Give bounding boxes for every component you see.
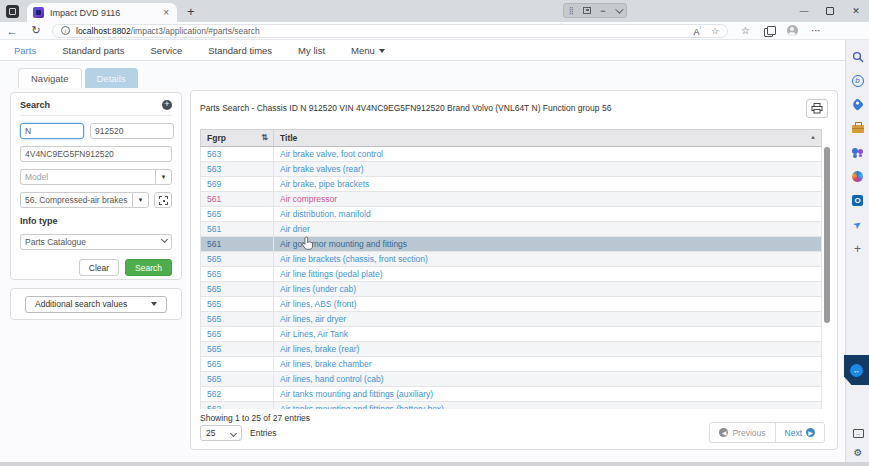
table-row[interactable]: 565Air lines, brake chamber	[201, 357, 822, 372]
table-row[interactable]: 561Air compressor	[201, 192, 822, 207]
table-row[interactable]: 563Air brake valves (rear)	[201, 162, 822, 177]
print-button[interactable]	[806, 99, 828, 118]
window-close-button[interactable]: ✕	[843, 0, 869, 22]
part-group-link[interactable]: Air brake valve, foot control	[280, 149, 383, 159]
table-row[interactable]: 565Air lines, air dryer	[201, 312, 822, 327]
part-group-link[interactable]: Air lines, brake chamber	[280, 359, 372, 369]
function-group-input[interactable]	[20, 192, 132, 208]
info-type-value[interactable]	[20, 234, 172, 250]
tab-actions-menu-icon[interactable]	[6, 5, 19, 18]
table-row[interactable]: 563Air brake valve, foot control	[201, 147, 822, 162]
nav-item-parts[interactable]: Parts	[14, 45, 36, 56]
part-group-link[interactable]: Air tanks mounting and fittings (auxilia…	[280, 389, 433, 399]
collections-icon[interactable]	[764, 26, 774, 35]
next-page-button[interactable]: Next ▶	[776, 423, 824, 442]
chevron-down-icon[interactable]	[615, 5, 623, 13]
table-row[interactable]: 562Air tanks mounting and fittings (auxi…	[201, 387, 822, 402]
part-group-link[interactable]: Air drier	[280, 224, 310, 234]
sidebar-settings-gear-icon[interactable]: ⚙	[854, 447, 863, 458]
minimize-icon[interactable]: −	[600, 6, 605, 16]
table-row[interactable]: 565Air line brackets (chassis, front sec…	[201, 252, 822, 267]
tools-briefcase-icon[interactable]	[850, 121, 865, 136]
table-row[interactable]: 565Air lines, hand control (cab)	[201, 372, 822, 387]
copilot-icon[interactable]: b	[850, 73, 865, 88]
shopping-tag-icon[interactable]	[850, 97, 865, 112]
function-group-picker-button[interactable]	[154, 192, 172, 208]
table-row[interactable]: 565Air lines, brake (rear)	[201, 342, 822, 357]
people-icon[interactable]	[850, 145, 865, 160]
window-maximize-button[interactable]	[817, 0, 843, 22]
expand-sidebar-icon[interactable]: →	[853, 429, 864, 438]
new-tab-button[interactable]: +	[187, 5, 195, 18]
previous-page-button[interactable]: ◀ Previous	[710, 423, 775, 442]
expand-search-plus-icon[interactable]: +	[162, 100, 172, 110]
favorites-icon[interactable]: ☆	[741, 25, 750, 36]
part-group-link[interactable]: Air lines, brake (rear)	[280, 344, 359, 354]
site-info-icon[interactable]: i	[61, 26, 70, 35]
part-group-link[interactable]: Air governor mounting and fittings	[280, 239, 407, 249]
table-row[interactable]: 565Air lines (under cab)	[201, 282, 822, 297]
nav-item-my-list[interactable]: My list	[298, 45, 325, 56]
recorder-overlay-widget[interactable]: ⣿ −	[563, 3, 627, 18]
outlook-icon[interactable]: O	[850, 193, 865, 208]
designer-icon[interactable]	[850, 169, 865, 184]
column-header-fgrp[interactable]: Fgrp⇅	[201, 130, 274, 147]
tab-navigate[interactable]: Navigate	[18, 68, 82, 88]
table-scrollbar-thumb[interactable]	[824, 147, 830, 323]
additional-search-values-button[interactable]: Additional search values	[25, 296, 167, 313]
table-row[interactable]: 565Air distribution, manifold	[201, 207, 822, 222]
part-group-link[interactable]: Air Lines, Air Tank	[280, 329, 348, 339]
table-row[interactable]: 561Air governor mounting and fittings	[201, 237, 822, 252]
part-group-link[interactable]: Air lines, ABS (front)	[280, 299, 357, 309]
browser-menu-ellipsis-icon[interactable]: ⋯	[811, 25, 821, 36]
teamviewer-badge[interactable]: ↔	[844, 355, 869, 385]
part-group-link[interactable]: Air brake, pipe brackets	[280, 179, 369, 189]
model-input[interactable]	[20, 169, 155, 185]
address-bar[interactable]: i localhost:8802/impact3/application/#pa…	[52, 24, 728, 38]
window-minimize-button[interactable]: —	[791, 0, 817, 22]
search-button[interactable]: Search	[125, 259, 172, 276]
restore-icon[interactable]	[583, 7, 591, 14]
column-header-title[interactable]: Title▲	[274, 130, 822, 147]
vin-input[interactable]	[20, 146, 172, 162]
function-group-dropdown-button[interactable]: ▾	[132, 192, 149, 208]
part-group-link[interactable]: Air line brackets (chassis, front sectio…	[280, 254, 428, 264]
part-group-link[interactable]: Air lines, hand control (cab)	[280, 374, 383, 384]
nav-item-standard-times[interactable]: Standard times	[208, 45, 272, 56]
table-row[interactable]: 562Air tanks mounting and fittings (batt…	[201, 402, 822, 410]
part-group-link[interactable]: Air brake valves (rear)	[280, 164, 364, 174]
browser-tab[interactable]: Impact DVD 9116 ×	[27, 3, 177, 22]
nav-item-standard-parts[interactable]: Standard parts	[62, 45, 124, 56]
drop-paper-plane-icon[interactable]: ➤	[850, 217, 865, 232]
table-row[interactable]: 565Air lines, ABS (front)	[201, 297, 822, 312]
table-row[interactable]: 561Air drier	[201, 222, 822, 237]
part-group-link[interactable]: Air tanks mounting and fittings (battery…	[280, 404, 444, 409]
chassis-series-input[interactable]	[20, 123, 84, 139]
clear-button[interactable]: Clear	[79, 259, 119, 276]
profile-avatar[interactable]	[787, 25, 798, 36]
table-row[interactable]: 565Air Lines, Air Tank	[201, 327, 822, 342]
back-icon[interactable]: ←	[0, 25, 24, 37]
reload-icon[interactable]: ↻	[24, 24, 48, 37]
fgrp-cell: 562	[201, 402, 274, 410]
model-dropdown-button[interactable]: ▾	[155, 169, 172, 185]
part-group-link[interactable]: Air line fittings (pedal plate)	[280, 269, 383, 279]
drag-handle-icon[interactable]: ⣿	[569, 7, 573, 15]
table-row[interactable]: 569Air brake, pipe brackets	[201, 177, 822, 192]
part-group-link[interactable]: Air lines, air dryer	[280, 314, 346, 324]
part-group-link[interactable]: Air distribution, manifold	[280, 209, 371, 219]
info-type-select[interactable]	[20, 231, 172, 250]
sidebar-search-icon[interactable]	[850, 49, 865, 64]
table-row[interactable]: 565Air line fittings (pedal plate)	[201, 267, 822, 282]
add-sidebar-item-icon[interactable]: +	[850, 241, 865, 256]
part-group-link[interactable]: Air compressor	[280, 194, 337, 204]
read-aloud-icon[interactable]: A⁾	[693, 25, 701, 37]
add-favorite-star-icon[interactable]: ☆	[711, 26, 719, 36]
page-size-select[interactable]: 25	[200, 425, 242, 441]
nav-item-menu[interactable]: Menu	[351, 45, 385, 56]
tab-close-icon[interactable]: ×	[161, 7, 171, 18]
nav-item-service[interactable]: Service	[151, 45, 183, 56]
part-group-link[interactable]: Air lines (under cab)	[280, 284, 356, 294]
url-text[interactable]: localhost:8802/impact3/application/#part…	[76, 26, 683, 36]
chassis-number-input[interactable]	[90, 123, 174, 139]
